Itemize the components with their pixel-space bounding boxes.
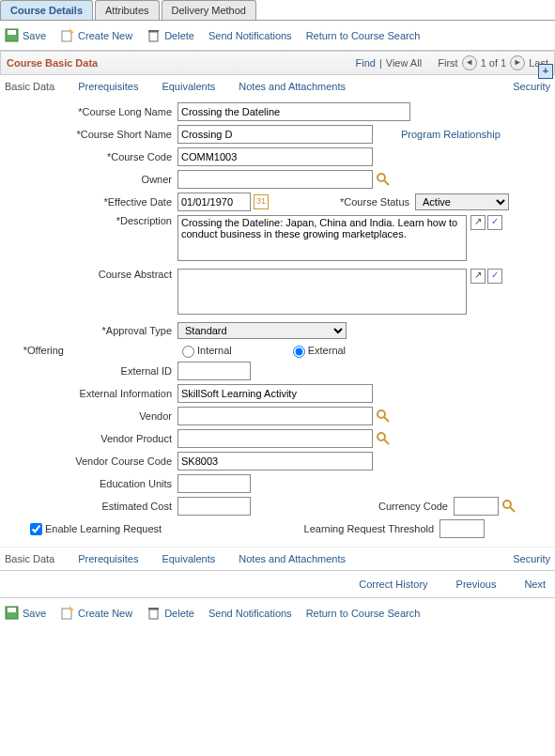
vendor-course-code-input[interactable]	[177, 452, 373, 471]
save-button-2[interactable]: Save	[5, 606, 46, 620]
delete-button[interactable]: Delete	[146, 28, 194, 42]
label-abstract: Course Abstract	[8, 269, 177, 280]
svg-rect-15	[8, 608, 16, 612]
label-threshold: Learning Request Threshold	[162, 523, 439, 534]
create-icon	[60, 28, 74, 42]
label-offering: *Offering	[8, 345, 69, 356]
prev-row-button[interactable]: ◄	[462, 55, 477, 70]
offering-internal-radio[interactable]	[182, 346, 194, 358]
svg-rect-1	[8, 30, 16, 35]
owner-lookup-icon[interactable]	[377, 173, 390, 186]
label-long-name: *Course Long Name	[8, 106, 177, 117]
create-new-button-2[interactable]: Create New	[60, 606, 132, 620]
save-icon	[5, 606, 19, 620]
return-to-search-link[interactable]: Return to Course Search	[306, 30, 421, 41]
subnav-basic-data: Basic Data	[5, 81, 54, 92]
subnav-prerequisites[interactable]: Prerequisites	[78, 81, 138, 92]
svg-line-7	[384, 180, 389, 185]
course-short-name-input[interactable]	[177, 125, 373, 144]
vendor-input[interactable]	[177, 407, 373, 425]
estimated-cost-input[interactable]	[177, 497, 251, 516]
tab-attributes[interactable]: Attributes	[95, 0, 159, 20]
viewall-text: View All	[386, 57, 422, 69]
education-units-input[interactable]	[177, 474, 251, 493]
svg-rect-19	[148, 608, 159, 609]
label-external: External	[308, 345, 346, 356]
effective-date-input[interactable]	[177, 193, 251, 211]
svg-marker-17	[69, 606, 74, 610]
section-title: Course Basic Data	[7, 57, 98, 69]
subnav2-notes[interactable]: Notes and Attachments	[239, 553, 346, 564]
label-approval: *Approval Type	[8, 325, 177, 336]
previous-link[interactable]: Previous	[456, 579, 497, 590]
send-notifications-link[interactable]: Send Notifications	[208, 30, 292, 41]
expand-desc-icon[interactable]: ↗	[470, 215, 486, 230]
add-row-button[interactable]: +	[538, 64, 553, 79]
expand-abstract-icon[interactable]: ↗	[470, 269, 486, 284]
subnav2-security[interactable]: Security	[513, 553, 550, 564]
course-status-select[interactable]: Active	[415, 193, 509, 210]
svg-line-9	[384, 417, 389, 422]
correct-history-link[interactable]: Correct History	[359, 579, 427, 590]
trash-icon	[146, 28, 161, 42]
calendar-icon[interactable]: 31	[254, 194, 269, 209]
svg-rect-5	[148, 30, 159, 32]
svg-point-6	[378, 174, 385, 181]
svg-marker-3	[69, 28, 74, 33]
save-button[interactable]: Save	[5, 28, 46, 42]
row-counter: 1 of 1	[481, 57, 507, 69]
next-row-button[interactable]: ►	[510, 55, 525, 70]
vendor-product-input[interactable]	[177, 429, 373, 448]
send-notifications-link-2[interactable]: Send Notifications	[208, 608, 292, 619]
create-new-button[interactable]: Create New	[60, 28, 132, 42]
label-internal: Internal	[197, 345, 232, 356]
external-info-input[interactable]	[177, 384, 373, 403]
first-label: First	[438, 57, 457, 69]
label-estimated-cost: Estimated Cost	[8, 501, 177, 512]
program-relationship-link[interactable]: Program Relationship	[401, 129, 501, 140]
svg-rect-18	[149, 609, 158, 619]
label-vendor-product: Vendor Product	[8, 433, 177, 444]
label-vendor-code: Vendor Course Code	[8, 455, 177, 467]
subnav-equivalents[interactable]: Equivalents	[162, 81, 215, 92]
subnav-security[interactable]: Security	[513, 81, 550, 92]
svg-point-8	[378, 410, 385, 418]
vendor-product-lookup-icon[interactable]	[377, 432, 390, 445]
currency-lookup-icon[interactable]	[502, 500, 516, 513]
next-link[interactable]: Next	[524, 579, 546, 590]
return-to-search-link-2[interactable]: Return to Course Search	[306, 608, 421, 619]
save-icon	[5, 28, 19, 42]
offering-external-radio[interactable]	[293, 346, 305, 358]
tab-course-details[interactable]: Course Details	[0, 0, 93, 20]
label-ext-id: External ID	[8, 365, 177, 377]
external-id-input[interactable]	[177, 362, 251, 380]
find-link[interactable]: Find	[356, 57, 376, 69]
currency-code-input[interactable]	[454, 497, 499, 516]
owner-input[interactable]	[177, 170, 373, 189]
subnav2-equivalents[interactable]: Equivalents	[162, 553, 215, 564]
delete-button-2[interactable]: Delete	[146, 606, 194, 620]
abstract-textarea[interactable]	[177, 269, 467, 315]
subnav2-prerequisites[interactable]: Prerequisites	[78, 553, 138, 564]
svg-point-10	[378, 433, 385, 440]
svg-point-12	[503, 501, 511, 508]
description-textarea[interactable]: Crossing the Dateline: Japan, China and …	[177, 215, 467, 261]
create-icon	[60, 606, 74, 620]
svg-line-13	[510, 507, 515, 512]
label-vendor: Vendor	[8, 410, 177, 422]
trash-icon	[146, 606, 161, 620]
approval-type-select[interactable]: Standard	[177, 322, 347, 339]
label-short-name: *Course Short Name	[8, 129, 177, 140]
spell-desc-icon[interactable]: ✓	[487, 215, 502, 230]
spell-abstract-icon[interactable]: ✓	[487, 269, 502, 284]
course-long-name-input[interactable]	[177, 102, 410, 121]
label-enable-learning: Enable Learning Request	[45, 523, 162, 534]
course-code-input[interactable]	[177, 147, 373, 166]
label-ext-info: External Information	[8, 388, 177, 399]
svg-rect-4	[149, 32, 158, 41]
vendor-lookup-icon[interactable]	[377, 409, 390, 423]
threshold-input[interactable]	[439, 519, 485, 538]
tab-delivery-method[interactable]: Delivery Method	[162, 0, 256, 20]
enable-learning-request-checkbox[interactable]	[30, 523, 42, 535]
subnav-notes[interactable]: Notes and Attachments	[239, 81, 346, 92]
